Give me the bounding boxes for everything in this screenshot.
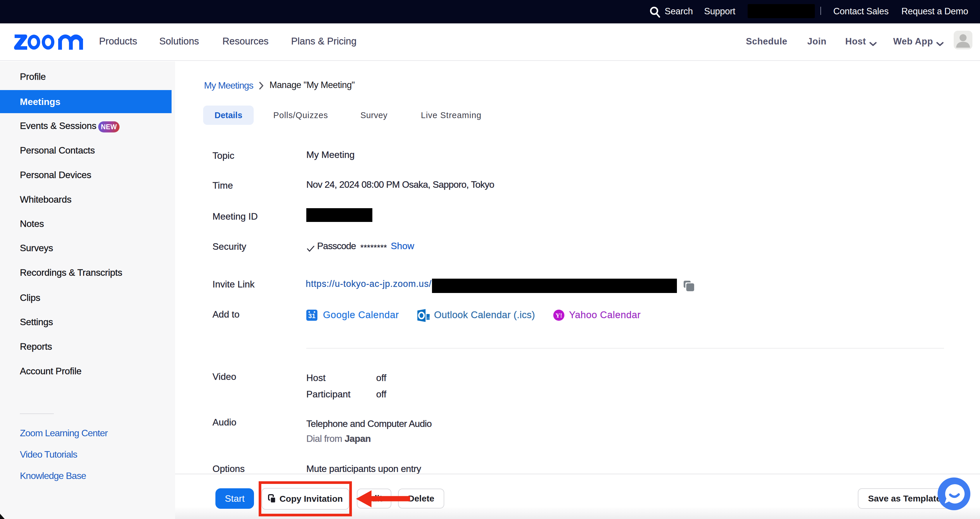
svg-text:Y!: Y! — [555, 312, 562, 319]
svg-text:31: 31 — [309, 312, 315, 320]
